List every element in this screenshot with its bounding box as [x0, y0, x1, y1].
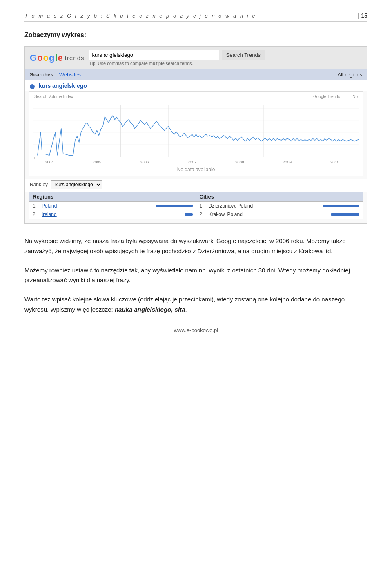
region-bar-2	[185, 213, 193, 216]
chart-y-label: Search Volume Index	[34, 94, 73, 99]
google-trends-widget: Google trends Search Trends Tip: Use com…	[24, 46, 368, 224]
svg-text:2004: 2004	[45, 160, 54, 164]
region-bar-1	[156, 205, 193, 207]
table-row: 1. Poland	[29, 202, 196, 210]
term-name: kurs angielskiego	[39, 83, 87, 89]
svg-text:2010: 2010	[330, 160, 339, 164]
trends-top-bar: Google trends Search Trends Tip: Use com…	[25, 47, 367, 69]
region-name-1[interactable]: Poland	[42, 203, 153, 209]
page-title: T o m a s z G r z y b : S k u t e c z n …	[24, 13, 256, 19]
paragraph-3-italic: nauka angielskiego, sita	[115, 306, 185, 313]
svg-text:2007: 2007	[188, 160, 197, 164]
no-data-label: No data available	[33, 165, 359, 173]
tab-searches[interactable]: Searches	[30, 71, 53, 78]
cities-table: Cities 1. Dzierzoniow, Poland 2. Krakow,…	[196, 192, 363, 219]
paragraph-1: Na wykresie widzimy, że nasza fraza była…	[24, 236, 368, 257]
city-num-1: 1.	[200, 203, 205, 209]
table-row: 1. Dzierzoniow, Poland	[196, 202, 363, 210]
search-input[interactable]	[89, 50, 219, 60]
regions-cities-tables: Regions 1. Poland 2. Ireland Cities 1. D…	[29, 192, 363, 219]
search-area: Search Trends Tip: Use commas to compare…	[89, 50, 362, 66]
rank-by-select[interactable]: kurs angielskiego	[51, 180, 102, 189]
paragraph-2: Możemy również ustawić to narzędzie tak,…	[24, 266, 368, 286]
section-label: Zobaczymy wykres:	[24, 31, 368, 39]
footer-url: www.e-bookowo.pl	[174, 327, 218, 333]
logo-g: G	[30, 53, 36, 63]
svg-text:2006: 2006	[140, 160, 149, 164]
trend-chart-svg: 0 2004 2005 2006 2007 2008 2009 2010	[33, 100, 359, 165]
svg-text:2005: 2005	[93, 160, 102, 164]
logo-l: l	[55, 53, 57, 63]
table-row: 2. Krakow, Poland	[196, 210, 363, 219]
svg-text:2009: 2009	[283, 160, 292, 164]
paragraph-1-text: Na wykresie widzimy, że nasza fraza była…	[24, 236, 368, 257]
svg-text:0: 0	[34, 156, 36, 160]
paragraph-2-text: Możemy również ustawić to narzędzie tak,…	[24, 266, 368, 286]
region-name-2[interactable]: Ireland	[42, 212, 181, 217]
table-row: 2. Ireland	[29, 210, 196, 219]
city-name-2: Krakow, Poland	[209, 212, 328, 217]
region-num-1: 1.	[33, 203, 38, 209]
page-header: T o m a s z G r z y b : S k u t e c z n …	[24, 12, 368, 22]
regions-header: Regions	[29, 192, 196, 202]
term-row: kurs angielskiego	[25, 80, 367, 91]
regions-table: Regions 1. Poland 2. Ireland	[29, 192, 196, 219]
city-bar-2	[331, 213, 359, 216]
logo-e: e	[58, 53, 62, 63]
cities-header: Cities	[196, 192, 363, 202]
city-bar-1	[323, 205, 359, 207]
logo-g2: g	[49, 53, 54, 63]
paragraph-3-text: Warto też wpisać kolejne słowa kluczowe …	[24, 295, 368, 315]
region-num-2: 2.	[33, 212, 38, 217]
svg-text:2008: 2008	[235, 160, 244, 164]
search-tip: Tip: Use commas to compare multiple sear…	[89, 61, 362, 66]
paragraph-3: Warto też wpisać kolejne słowa kluczowe …	[24, 295, 368, 315]
all-regions-label: All regions	[337, 71, 362, 78]
logo-o2: o	[43, 53, 48, 63]
chart-area: Search Volume Index Google Trends No 0 2…	[29, 91, 363, 176]
page-footer: www.e-bookowo.pl	[24, 327, 368, 333]
tab-websites[interactable]: Websites	[59, 71, 81, 78]
city-name-1: Dzierzoniow, Poland	[209, 203, 320, 209]
google-trends-logo: Google trends	[30, 53, 85, 63]
chart-google-trends-label: Google Trends No	[313, 94, 358, 99]
nav-tabs: Searches Websites	[30, 71, 81, 78]
logo-o1: o	[37, 53, 42, 63]
rank-by-row: Rank by kurs angielskiego	[25, 179, 367, 192]
trends-text: trends	[65, 54, 85, 61]
paragraph-3-end: .	[185, 306, 187, 313]
page-number: | 15	[358, 12, 368, 19]
term-bullet	[30, 84, 35, 89]
city-num-2: 2.	[200, 212, 205, 217]
search-trends-button[interactable]: Search Trends	[222, 50, 265, 60]
rank-by-label: Rank by	[30, 182, 48, 187]
search-row: Search Trends	[89, 50, 362, 60]
chart-top-labels: Search Volume Index Google Trends No	[33, 94, 359, 99]
nav-row: Searches Websites All regions	[25, 69, 367, 80]
